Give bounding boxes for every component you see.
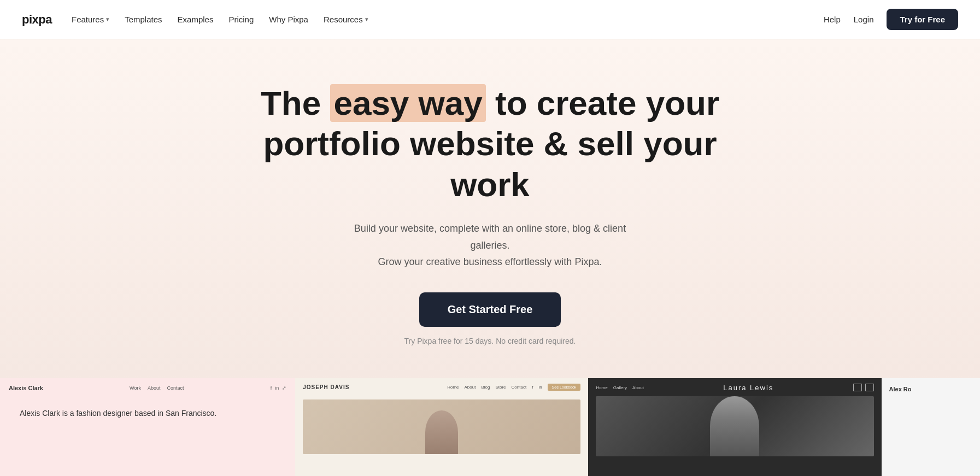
gallery-view-icon (853, 384, 862, 391)
tmpl1-body: Alexis Clark is a fashion designer based… (9, 402, 286, 425)
chevron-down-icon: ▾ (365, 16, 368, 23)
navbar: pixpa Features ▾ Templates Examples Pric… (0, 0, 980, 39)
template-card-alex[interactable]: Alex Ro (882, 378, 980, 476)
hero-section: The easy way to create yourportfolio web… (0, 39, 980, 378)
nav-templates[interactable]: Templates (125, 15, 162, 24)
nav-resources[interactable]: Resources ▾ (324, 15, 368, 24)
hero-title: The easy way to create yourportfolio web… (255, 83, 725, 205)
template-card-joseph[interactable]: JOSEPH DAVIS Home About Blog Store Conta… (295, 378, 588, 476)
social-icon: in (538, 385, 542, 390)
tmpl2-cta: See Lookbook (548, 384, 581, 391)
chevron-down-icon: ▾ (106, 16, 109, 23)
nav-why-pixpa[interactable]: Why Pixpa (269, 15, 308, 24)
template-card-laura[interactable]: Home Gallery About Laura Lewis (588, 378, 881, 476)
tmpl4-name: Alex Ro (889, 386, 912, 392)
templates-preview: Alexis Clark Work About Contact f in ⤢ A… (0, 378, 980, 476)
hero-subtitle: Build your website, complete with an onl… (337, 220, 643, 271)
tmpl2-name: JOSEPH DAVIS (303, 384, 349, 390)
nav-left: pixpa Features ▾ Templates Examples Pric… (22, 13, 368, 27)
tmpl3-image (596, 396, 873, 456)
try-for-free-button[interactable]: Try for Free (887, 9, 958, 30)
login-link[interactable]: Login (854, 15, 874, 24)
logo[interactable]: pixpa (22, 13, 52, 27)
nav-pricing[interactable]: Pricing (228, 15, 254, 24)
template-card-alexis[interactable]: Alexis Clark Work About Contact f in ⤢ A… (0, 378, 295, 476)
tmpl3-links: Home Gallery About (596, 385, 644, 390)
social-icon: f (532, 385, 533, 390)
hero-title-highlight: easy way (330, 84, 485, 122)
share-icon: ⤢ (282, 385, 286, 391)
gallery-view-icon-2 (865, 384, 874, 391)
tmpl2-links: Home About Blog Store Contact f in See L… (447, 384, 580, 391)
nav-right: Help Login Try for Free (824, 9, 958, 30)
tmpl2-image (303, 399, 580, 454)
tmpl1-name: Alexis Clark (9, 385, 43, 391)
nav-examples[interactable]: Examples (178, 15, 214, 24)
tmpl1-links: Work About Contact (130, 385, 184, 391)
nav-features[interactable]: Features ▾ (72, 15, 109, 24)
cta-note: Try Pixpa free for 15 days. No credit ca… (404, 337, 576, 345)
social-icon: f (271, 385, 272, 391)
social-icon: in (275, 385, 279, 391)
hero-title-before: The (261, 84, 330, 122)
tmpl3-name: Laura Lewis (723, 384, 773, 392)
help-link[interactable]: Help (824, 15, 841, 24)
nav-links: Features ▾ Templates Examples Pricing Wh… (72, 15, 368, 24)
get-started-button[interactable]: Get Started Free (419, 292, 561, 327)
tmpl1-icons: f in ⤢ (271, 385, 287, 391)
tmpl3-icons (853, 384, 874, 391)
tmpl3-face-silhouette (710, 396, 759, 456)
tmpl2-person-silhouette (425, 410, 458, 454)
